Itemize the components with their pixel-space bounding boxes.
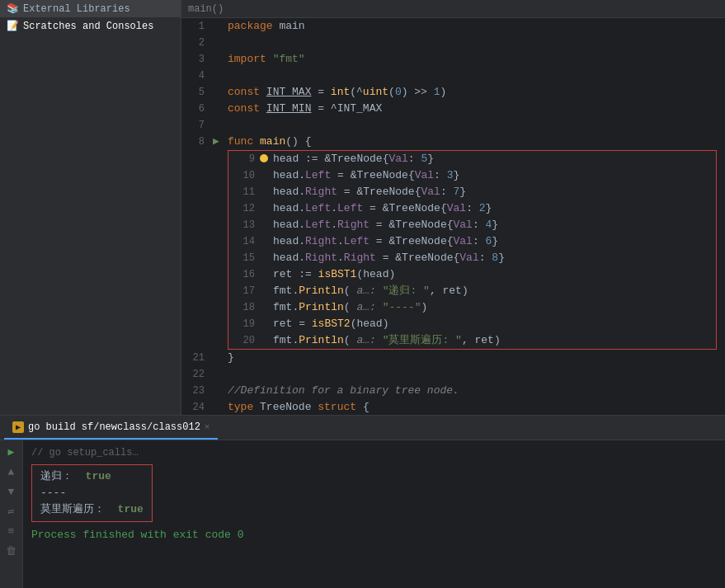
run-tab-close[interactable]: × <box>205 422 210 432</box>
hl-line-20: 20 fmt.Println( a…: "莫里斯遍历: ", ret) <box>228 332 716 349</box>
scratches-icon: 📝 <box>7 20 19 32</box>
output-true-1: true <box>86 470 111 482</box>
code-line-5: 5 const INT_MAX = int(^uint(0) >> 1) <box>181 84 725 101</box>
code-container[interactable]: 1 package main 2 3 import "fmt" 4 5 <box>181 18 725 415</box>
code-line-24: 24 type TreeNode struct { <box>181 399 725 415</box>
sidebar-item-external-libs-label: External Libraries <box>23 3 130 15</box>
code-line-8: 8 ▶ func main() { <box>181 134 725 150</box>
hl-line-11: 11 head.Right = &TreeNode{Val: 7} <box>228 184 716 200</box>
sidebar-item-scratches[interactable]: 📝 Scratches and Consoles <box>0 17 181 35</box>
breadcrumb: main() <box>188 3 224 15</box>
settings-button[interactable]: ≡ <box>3 523 20 539</box>
sidebar: 📚 External Libraries 📝 Scratches and Con… <box>0 0 181 415</box>
editor-area: main() 1 package main 2 3 import "fmt" 4 <box>181 0 725 415</box>
run-tabs: ▶ go build sf/newclass/class012 × <box>0 416 725 440</box>
output-line-1: 递归： true <box>40 468 144 485</box>
libs-icon: 📚 <box>7 2 19 15</box>
run-output[interactable]: // go setup_calls… 递归： true ---- 莫里斯遍历： … <box>23 440 725 588</box>
run-button[interactable]: ▶ <box>3 444 20 460</box>
hl-line-10: 10 head.Left = &TreeNode{Val: 3} <box>228 167 716 184</box>
code-line-21: 21 } <box>181 350 725 366</box>
output-true-2: true <box>118 503 144 515</box>
process-finished: Process finished with exit code 0 <box>31 527 717 543</box>
wrap-button[interactable]: ⇌ <box>3 503 20 520</box>
sidebar-item-external-libs[interactable]: 📚 External Libraries <box>0 0 181 17</box>
code-line-3: 3 import "fmt" <box>181 51 725 68</box>
debug-dot <box>260 154 268 162</box>
run-tab[interactable]: ▶ go build sf/newclass/class012 × <box>4 416 218 440</box>
output-header: // go setup_calls… <box>31 445 717 461</box>
hl-line-16: 16 ret := isBST1(head) <box>228 266 716 283</box>
clear-button[interactable]: 🗑 <box>3 543 20 559</box>
breadcrumb-bar: main() <box>181 0 725 18</box>
output-line-2: ---- <box>40 485 144 501</box>
bottom-panel: ▶ go build sf/newclass/class012 × ▶ ▲ ▼ … <box>0 415 725 588</box>
scroll-up-button[interactable]: ▲ <box>3 463 20 480</box>
sidebar-item-scratches-label: Scratches and Consoles <box>23 21 153 32</box>
hl-line-9: 9 head := &TreeNode{Val: 5} <box>228 151 716 167</box>
debug-highlighted-block: 9 head := &TreeNode{Val: 5} 10 head.Left… <box>228 150 717 350</box>
line-8-arrow: ▶ <box>213 134 228 150</box>
run-tab-icon: ▶ <box>12 421 24 433</box>
hl-line-17: 17 fmt.Println( a…: "递归: ", ret) <box>228 283 716 299</box>
output-highlighted-box: 递归： true ---- 莫里斯遍历： true <box>31 464 153 522</box>
hl-line-19: 19 ret = isBST2(head) <box>228 316 716 332</box>
run-toolbar: ▶ ▲ ▼ ⇌ ≡ 🗑 <box>0 440 23 588</box>
code-line-1: 1 package main <box>181 18 725 35</box>
code-line-6: 6 const INT_MIN = ^INT_MAX <box>181 101 725 117</box>
hl-line-12: 12 head.Left.Left = &TreeNode{Val: 2} <box>228 200 716 217</box>
scroll-down-button[interactable]: ▼ <box>3 483 20 500</box>
hl-line-15: 15 head.Right.Right = &TreeNode{Val: 8} <box>228 250 716 266</box>
code-line-7: 7 <box>181 117 725 134</box>
output-line-3: 莫里斯遍历： true <box>40 501 144 518</box>
code-line-23: 23 //Definition for a binary tree node. <box>181 383 725 399</box>
hl-line-14: 14 head.Right.Left = &TreeNode{Val: 6} <box>228 233 716 250</box>
output-block: 递归： true ---- 莫里斯遍历： true <box>31 464 717 522</box>
hl-line-18: 18 fmt.Println( a…: "----") <box>228 299 716 316</box>
run-content: ▶ ▲ ▼ ⇌ ≡ 🗑 // go setup_calls… 递归： true … <box>0 440 725 588</box>
hl-line-13: 13 head.Left.Right = &TreeNode{Val: 4} <box>228 217 716 233</box>
main-area: 📚 External Libraries 📝 Scratches and Con… <box>0 0 725 415</box>
code-line-4: 4 <box>181 68 725 84</box>
run-tab-label: go build sf/newclass/class012 <box>28 421 200 433</box>
code-line-22: 22 <box>181 366 725 383</box>
code-line-2: 2 <box>181 35 725 51</box>
